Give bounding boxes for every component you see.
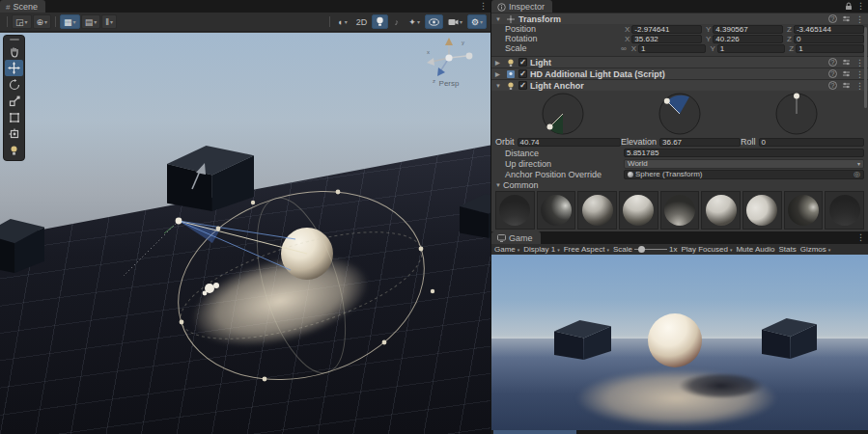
light-anchor-header[interactable]: ▼ ✓ Light Anchor ? ⋮ [491, 79, 868, 91]
scale-slider-knob[interactable] [638, 246, 645, 253]
foldout-closed-icon[interactable]: ▶ [495, 59, 503, 66]
light-header[interactable]: ▶ ✓ Light ? ⋮ [491, 56, 868, 68]
grid-snap-button[interactable]: ▤▾ [81, 14, 101, 29]
component-menu-icon[interactable]: ⋮ [855, 69, 864, 79]
object-picker-icon[interactable]: ◎ [854, 170, 860, 178]
hand-tool[interactable] [5, 43, 23, 60]
foldout-open-icon[interactable]: ▼ [495, 182, 503, 188]
component-menu-icon[interactable]: ⋮ [855, 58, 864, 68]
light-preset-thumbnail[interactable] [825, 191, 864, 230]
position-y-field[interactable]: 4.390567 [713, 25, 783, 34]
orbit-dial-handle[interactable] [547, 123, 553, 129]
scale-y-field[interactable]: 1 [717, 44, 785, 53]
2d-toggle-button[interactable]: 2D [352, 14, 372, 29]
scale-x-field[interactable]: 1 [638, 44, 706, 53]
axis-y-cone[interactable] [445, 38, 453, 45]
light-billboard-icon[interactable] [203, 283, 219, 295]
rotation-x-field[interactable]: 35.632 [631, 35, 702, 43]
mute-audio-button[interactable]: Mute Audio [736, 245, 774, 254]
scale-z-field[interactable]: 1 [796, 44, 864, 53]
tab-scene[interactable]: # Scene [0, 0, 45, 13]
foldout-open-icon[interactable]: ▼ [495, 83, 503, 89]
axis-x-cone[interactable] [427, 58, 434, 66]
rotation-label[interactable]: Rotation [505, 34, 621, 43]
light-preset-thumbnail[interactable] [660, 191, 700, 230]
component-menu-icon[interactable]: ⋮ [855, 14, 864, 24]
roll-dial[interactable] [775, 93, 818, 135]
light-preset-thumbnail[interactable] [742, 191, 782, 230]
scene-camera-button[interactable]: ▾ [444, 14, 466, 29]
game-viewport[interactable] [491, 255, 868, 434]
game-gizmos-dropdown[interactable]: Gizmos▾ [800, 245, 831, 254]
pivot-mode-button[interactable]: ◲▾ [12, 14, 32, 29]
transform-header[interactable]: ▼ Transform ? ⋮ [491, 13, 868, 24]
anchor-override-label[interactable]: Anchor Position Override [495, 170, 624, 179]
light-enabled-checkbox[interactable]: ✓ [518, 58, 527, 67]
aspect-dropdown[interactable]: Free Aspect▾ [564, 245, 609, 254]
scale-slider[interactable] [634, 249, 667, 250]
light-handle[interactable] [176, 218, 182, 225]
elevation-field[interactable]: 36.67 [659, 138, 741, 147]
rotation-z-field[interactable]: 0 [794, 35, 864, 43]
light-preset-thumbnail[interactable] [577, 191, 617, 230]
help-icon[interactable]: ? [828, 81, 837, 90]
play-focused-dropdown[interactable]: Play Focused▾ [681, 245, 732, 254]
handle-orientation-button[interactable]: ⊕▾ [33, 14, 52, 29]
position-x-field[interactable]: -2.974641 [631, 25, 702, 34]
scale-label[interactable]: Scale [505, 43, 621, 53]
rect-tool[interactable] [5, 109, 23, 125]
position-z-field[interactable]: -3.465144 [794, 25, 864, 34]
scene-effects-button[interactable]: ✦▾ [405, 14, 424, 29]
game-menu-icon[interactable]: ⋮ [856, 232, 865, 242]
anchor-override-objectfield[interactable]: Sphere (Transform) ◎ [624, 170, 864, 179]
component-menu-icon[interactable]: ⋮ [855, 81, 864, 91]
snap-increment-button[interactable]: ‖▾ [101, 14, 117, 29]
display-dropdown[interactable]: Display 1▾ [523, 245, 559, 254]
scene-audio-button[interactable]: ♪ [389, 14, 404, 29]
rotation-y-field[interactable]: 40.226 [713, 35, 783, 43]
elevation-dial-handle[interactable] [664, 97, 670, 103]
move-tool[interactable] [5, 60, 23, 76]
distance-field[interactable]: 5.851785 [624, 149, 864, 157]
light-preset-thumbnail[interactable] [537, 191, 576, 230]
shading-mode-button[interactable]: ◐▾ [334, 14, 350, 29]
foldout-closed-icon[interactable]: ▶ [495, 70, 503, 77]
transform-tool[interactable] [5, 125, 23, 142]
light-preset-thumbnail[interactable] [784, 191, 824, 230]
preset-icon[interactable] [842, 14, 851, 23]
game-scrollbar-thumb[interactable] [493, 430, 576, 434]
elevation-dial[interactable] [658, 93, 701, 135]
preset-icon[interactable] [842, 81, 851, 90]
light-preset-thumbnail[interactable] [701, 191, 741, 230]
inspector-menu-icon[interactable]: ⋮ [856, 1, 865, 11]
light-anchor-gizmo[interactable] [0, 33, 490, 434]
projection-label[interactable]: Persp [419, 79, 479, 88]
preset-icon[interactable] [842, 69, 851, 78]
light-preset-thumbnail[interactable] [495, 191, 535, 230]
inspector-scrollbar[interactable] [864, 27, 867, 108]
game-mode-dropdown[interactable]: Game▾ [494, 245, 519, 254]
preset-icon[interactable] [842, 58, 851, 67]
rotate-tool[interactable] [5, 76, 23, 93]
scale-tool[interactable] [5, 93, 23, 109]
hd-light-data-header[interactable]: ▶ ✓ HD Additional Light Data (Script) ? … [491, 68, 868, 79]
roll-field[interactable]: 0 [759, 138, 864, 147]
foldout-open-icon[interactable]: ▼ [495, 16, 503, 22]
up-direction-label[interactable]: Up direction [495, 159, 624, 169]
distance-label[interactable]: Distance [495, 149, 624, 158]
light-preset-thumbnail[interactable] [619, 191, 658, 230]
stats-button[interactable]: Stats [778, 245, 796, 254]
roll-dial-handle[interactable] [794, 93, 799, 98]
light-anchor-enabled-checkbox[interactable]: ✓ [518, 81, 527, 90]
scene-visibility-button[interactable] [425, 14, 443, 29]
hd-light-enabled-checkbox[interactable]: ✓ [518, 69, 527, 78]
help-icon[interactable]: ? [828, 14, 837, 23]
light-anchor-tool[interactable] [5, 142, 23, 158]
position-label[interactable]: Position [505, 24, 621, 34]
scene-menu-icon[interactable]: ⋮ [479, 1, 488, 11]
grid-visibility-button[interactable]: ▦▾ [60, 14, 80, 29]
gizmos-toggle-button[interactable]: ⚙▾ [467, 14, 487, 29]
tab-game[interactable]: Game [491, 231, 541, 244]
scene-lighting-button[interactable] [372, 14, 388, 29]
tab-inspector[interactable]: Inspector [491, 0, 552, 13]
